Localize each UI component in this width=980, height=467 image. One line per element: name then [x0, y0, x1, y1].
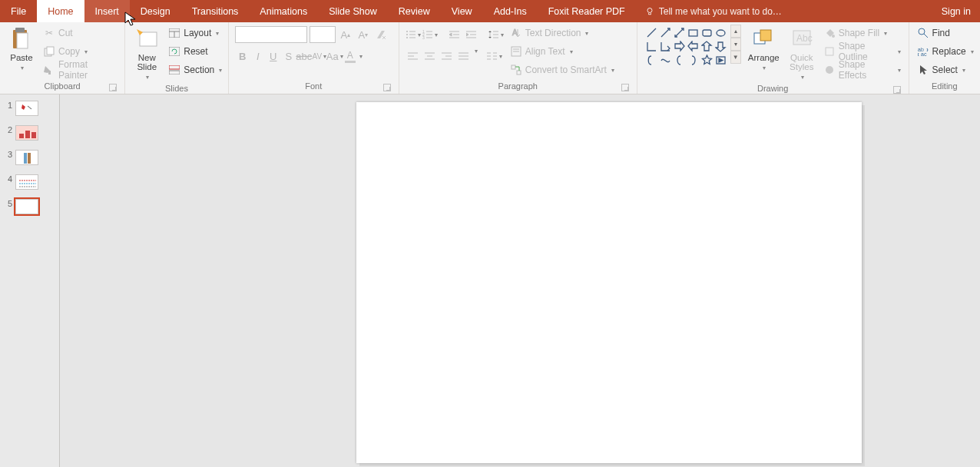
- tab-foxit[interactable]: Foxit Reader PDF: [538, 0, 636, 22]
- cut-button[interactable]: ✂Cut: [41, 25, 118, 41]
- svg-text:A: A: [512, 28, 518, 37]
- align-text-button[interactable]: Align Text▾: [508, 43, 616, 60]
- svg-rect-2: [15, 28, 25, 32]
- bullets-button[interactable]: ▾: [406, 26, 421, 43]
- reset-button[interactable]: Reset: [167, 43, 223, 60]
- tab-slideshow[interactable]: Slide Show: [318, 0, 388, 22]
- svg-line-59: [647, 28, 656, 37]
- bucket-icon: [823, 27, 836, 39]
- group-paragraph: ▾ 123▾ ▾ ▾ ▾ AText Dire: [399, 22, 637, 94]
- svg-rect-6: [48, 71, 51, 75]
- svg-point-16: [406, 34, 408, 35]
- convert-smartart-button[interactable]: Convert to SmartArt▾: [508, 61, 616, 78]
- tab-animations[interactable]: Animations: [249, 0, 318, 22]
- decrease-font-button[interactable]: A▾: [356, 26, 371, 43]
- action-button-icon: [715, 55, 727, 66]
- slide-thumbnail-4[interactable]: [15, 174, 38, 190]
- svg-text:3: 3: [422, 35, 425, 39]
- columns-button[interactable]: ▾: [487, 48, 502, 65]
- quick-styles-icon: Abc: [790, 26, 814, 51]
- tab-design[interactable]: Design: [130, 0, 181, 22]
- tab-home[interactable]: Home: [37, 0, 84, 22]
- increase-indent-button[interactable]: [464, 26, 479, 43]
- reset-icon: [168, 45, 180, 58]
- align-center-button[interactable]: [422, 48, 438, 65]
- section-label: Section: [184, 65, 214, 75]
- dialog-launcher-icon[interactable]: [383, 84, 391, 91]
- shadow-button[interactable]: S: [281, 48, 296, 65]
- layout-button[interactable]: Layout▾: [167, 25, 223, 41]
- text-direction-button[interactable]: AText Direction▾: [508, 25, 616, 41]
- format-painter-button[interactable]: Format Painter: [41, 61, 118, 78]
- scroll-down-icon[interactable]: ▾: [730, 38, 741, 51]
- shapes-gallery[interactable]: [644, 25, 729, 68]
- group-clipboard: Paste ▾ ✂Cut Copy▾ Format Painter Clipbo…: [0, 22, 125, 94]
- numbering-button[interactable]: 123▾: [422, 26, 438, 43]
- dialog-launcher-icon[interactable]: [109, 84, 117, 91]
- svg-rect-81: [24, 153, 27, 164]
- expand-gallery-icon[interactable]: ▼: [730, 51, 741, 64]
- align-left-button[interactable]: [406, 48, 421, 65]
- shapes-scroll[interactable]: ▴ ▾ ▼: [730, 25, 741, 68]
- cut-label: Cut: [58, 28, 73, 38]
- dialog-launcher-icon[interactable]: [621, 84, 629, 91]
- shape-fill-button[interactable]: Shape Fill▾: [822, 25, 902, 41]
- shape-effects-button[interactable]: Shape Effects▾: [822, 61, 902, 78]
- copy-button[interactable]: Copy▾: [41, 43, 118, 60]
- svg-rect-67: [760, 30, 771, 41]
- tell-me-search[interactable]: Tell me what you want to do…: [645, 0, 782, 22]
- section-icon: [168, 64, 180, 76]
- line-spacing-button[interactable]: ▾: [488, 26, 504, 43]
- tab-review[interactable]: Review: [388, 0, 441, 22]
- thumb-number: 5: [6, 199, 12, 208]
- underline-button[interactable]: U: [266, 48, 281, 65]
- group-drawing: ▴ ▾ ▼ Arrange▾ Abc Quick Styles▾ Shape F…: [637, 22, 909, 94]
- quick-styles-button[interactable]: Abc Quick Styles▾: [786, 25, 817, 82]
- slide-thumbnail-1[interactable]: [15, 101, 38, 116]
- change-case-button[interactable]: Aa▾: [327, 48, 343, 65]
- slide-thumbnail-3[interactable]: [15, 150, 38, 165]
- increase-font-button[interactable]: A▴: [338, 26, 353, 43]
- slide-canvas-area[interactable]: [60, 94, 980, 467]
- scissors-icon: ✂: [43, 27, 55, 39]
- scroll-up-icon[interactable]: ▴: [730, 25, 741, 38]
- section-button[interactable]: Section▾: [167, 61, 223, 78]
- svg-text:ac: ac: [921, 51, 927, 57]
- slide-canvas[interactable]: [356, 102, 862, 463]
- replace-icon: abac: [917, 45, 929, 58]
- replace-button[interactable]: abacReplace▾: [915, 43, 975, 60]
- svg-rect-63: [703, 30, 711, 36]
- strike-button[interactable]: abc: [296, 48, 312, 65]
- tab-view[interactable]: View: [441, 0, 483, 22]
- font-size-input[interactable]: [310, 26, 336, 43]
- thumb-number: 2: [6, 125, 12, 134]
- tab-transitions[interactable]: Transitions: [181, 0, 250, 22]
- slide-thumbnail-pane[interactable]: 1 2 3 4 5: [0, 94, 60, 467]
- outline-icon: [823, 45, 836, 58]
- paste-button[interactable]: Paste ▾: [6, 25, 37, 73]
- clear-format-button[interactable]: [373, 26, 389, 43]
- bold-button[interactable]: B: [235, 48, 250, 65]
- decrease-indent-button[interactable]: [447, 26, 462, 43]
- svg-line-74: [924, 34, 928, 38]
- slide-thumbnail-5[interactable]: [15, 199, 38, 214]
- select-button[interactable]: Select▾: [915, 61, 975, 78]
- tab-file[interactable]: File: [0, 0, 37, 22]
- shape-outline-button[interactable]: Shape Outline▾: [822, 43, 902, 60]
- slide-thumbnail-2[interactable]: [15, 125, 38, 141]
- font-color-button[interactable]: A: [343, 48, 358, 65]
- tab-insert[interactable]: Insert: [84, 0, 130, 22]
- sign-in-link[interactable]: Sign in: [932, 0, 980, 22]
- char-spacing-button[interactable]: AV▾: [312, 48, 327, 65]
- slides-group-label: Slides: [165, 84, 188, 93]
- arrange-button[interactable]: Arrange▾: [746, 25, 782, 73]
- justify-button[interactable]: [456, 48, 472, 65]
- tab-addins[interactable]: Add-Ins: [483, 0, 538, 22]
- font-family-input[interactable]: [235, 26, 307, 43]
- new-slide-button[interactable]: New Slide▾: [131, 25, 162, 82]
- dialog-launcher-icon[interactable]: [893, 86, 901, 94]
- svg-rect-13: [169, 71, 180, 75]
- find-button[interactable]: Find: [915, 25, 975, 41]
- italic-button[interactable]: I: [250, 48, 266, 65]
- align-right-button[interactable]: [439, 48, 455, 65]
